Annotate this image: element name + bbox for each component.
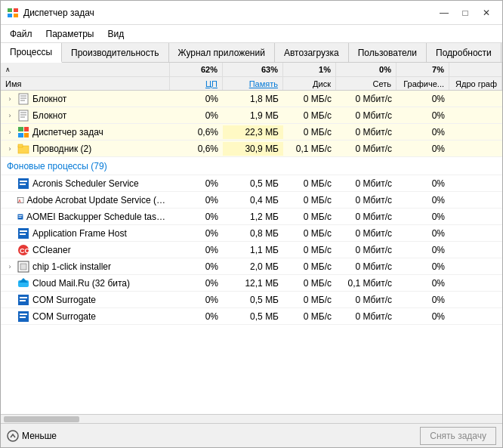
table-row[interactable]: › AOMEI Backupper Schedule tas… 0% 1,2 М… bbox=[1, 209, 502, 225]
svg-rect-39 bbox=[20, 314, 27, 315]
col-mem-pct[interactable]: 63% bbox=[223, 63, 283, 76]
expand-icon[interactable]: › bbox=[5, 144, 14, 153]
process-name: › Блокнот bbox=[1, 91, 170, 107]
gpu2-cell bbox=[449, 147, 502, 150]
cpu-cell: 0,6% bbox=[170, 125, 223, 139]
svg-rect-40 bbox=[20, 317, 26, 318]
bottom-bar: Меньше Снять задачу bbox=[1, 423, 502, 447]
process-name: › Acronis Scheduler Service bbox=[1, 176, 170, 191]
table-row[interactable]: › chip 1-click installer 0% 2,0 МБ 0 МБ/… bbox=[1, 258, 502, 275]
svg-rect-8 bbox=[19, 110, 28, 121]
com-surrogate-icon2 bbox=[17, 311, 29, 323]
tab-autostart[interactable]: Автозагрузка bbox=[275, 43, 349, 62]
table-row[interactable]: › Блокнот 0% 1,8 МБ 0 МБ/с 0 Мбит/с 0% bbox=[1, 91, 502, 107]
tab-performance[interactable]: Производительность bbox=[62, 43, 168, 62]
table-row[interactable]: › COM Surrogate 0% 0,5 МБ 0 МБ/с 0 Мбит/… bbox=[1, 308, 502, 325]
app-icon bbox=[17, 178, 29, 190]
com-surrogate-icon bbox=[17, 294, 29, 306]
maximize-button[interactable]: □ bbox=[455, 5, 475, 20]
table-row[interactable]: › CC CCleaner 0% 1,1 МБ 0 МБ/с 0 Мбит/с … bbox=[1, 242, 502, 258]
chip-icon bbox=[17, 261, 29, 273]
mem-cell: 30,9 МБ bbox=[223, 142, 283, 156]
disk-cell: 0 МБ/с bbox=[283, 125, 336, 139]
table-row[interactable]: › Cloud Mail.Ru (32 бита) 0% 12,1 МБ 0 М… bbox=[1, 275, 502, 292]
tab-applog[interactable]: Журнал приложений bbox=[169, 43, 275, 62]
notepad-icon bbox=[17, 93, 29, 105]
process-name: › COM Surrogate bbox=[1, 292, 170, 307]
horizontal-scrollbar[interactable] bbox=[1, 414, 502, 423]
tab-users[interactable]: Пользователи bbox=[349, 43, 427, 62]
svg-rect-28 bbox=[20, 233, 26, 235]
expand-icon[interactable]: › bbox=[5, 94, 14, 104]
svg-rect-13 bbox=[24, 127, 29, 131]
col-gpu-label[interactable]: Графиче... bbox=[397, 77, 449, 90]
process-name: › Блокнот bbox=[1, 108, 170, 123]
table-row[interactable]: › Диспетчер задач 0,6% 22,3 МБ 0 МБ/с 0 … bbox=[1, 124, 502, 141]
col-name-header[interactable]: ∧ bbox=[1, 63, 170, 76]
expand-icon[interactable]: › bbox=[5, 262, 14, 271]
notepad-icon bbox=[17, 110, 29, 122]
svg-rect-36 bbox=[20, 297, 27, 298]
process-name: › COM Surrogate bbox=[1, 309, 170, 324]
gpu2-cell bbox=[449, 97, 502, 100]
bg-processes-label: Фоновые процессы (79) bbox=[7, 161, 107, 171]
less-button[interactable]: Меньше bbox=[7, 430, 57, 442]
scrollbar-thumb[interactable] bbox=[4, 416, 79, 422]
table-row[interactable]: › A Adobe Acrobat Update Service (… 0% 0… bbox=[1, 192, 502, 209]
col-disk-label[interactable]: Диск bbox=[283, 77, 336, 90]
process-table[interactable]: › Блокнот 0% 1,8 МБ 0 МБ/с 0 Мбит/с 0% ›… bbox=[1, 91, 502, 414]
title-text: Диспетчер задач bbox=[23, 8, 94, 18]
col-gpu-pct[interactable]: 7% bbox=[397, 63, 449, 76]
svg-rect-4 bbox=[19, 94, 28, 104]
tab-processes[interactable]: Процессы bbox=[1, 43, 62, 63]
title-buttons: — □ ✕ bbox=[434, 5, 496, 20]
table-row[interactable]: › Блокнот 0% 1,9 МБ 0 МБ/с 0 Мбит/с 0% bbox=[1, 107, 502, 124]
disk-cell: 0 МБ/с bbox=[283, 92, 336, 106]
svg-rect-0 bbox=[8, 8, 12, 12]
ccleaner-icon: CC bbox=[17, 244, 29, 256]
cpu-cell: 0,6% bbox=[170, 142, 223, 156]
process-name: › Application Frame Host bbox=[1, 226, 170, 241]
col-name-label[interactable]: Имя bbox=[1, 77, 170, 90]
table-row[interactable]: › Acronis Scheduler Service 0% 0,5 МБ 0 … bbox=[1, 175, 502, 192]
process-name: › Проводник (2) bbox=[1, 141, 170, 156]
col-gpu2-label: Ядро граф bbox=[449, 77, 502, 90]
tab-details[interactable]: Подробности bbox=[427, 43, 501, 62]
svg-rect-27 bbox=[20, 230, 27, 232]
disk-cell: 0,1 МБ/с bbox=[283, 142, 336, 156]
gpu2-cell bbox=[449, 114, 502, 117]
col-disk-pct[interactable]: 1% bbox=[283, 63, 336, 76]
svg-rect-3 bbox=[14, 14, 18, 17]
svg-rect-17 bbox=[18, 144, 23, 147]
gpu-cell: 0% bbox=[397, 92, 449, 106]
mem-cell: 22,3 МБ bbox=[223, 125, 283, 139]
menu-file[interactable]: Файл bbox=[4, 27, 39, 41]
menu-params[interactable]: Параметры bbox=[40, 27, 100, 41]
taskmgr-icon bbox=[17, 126, 29, 138]
col-net-label[interactable]: Сеть bbox=[336, 77, 397, 90]
minimize-button[interactable]: — bbox=[434, 5, 454, 20]
less-label: Меньше bbox=[22, 431, 57, 441]
cpu-cell: 0% bbox=[170, 92, 223, 106]
task-manager-window: Диспетчер задач — □ ✕ Файл Параметры Вид… bbox=[0, 0, 503, 448]
expand-icon[interactable]: › bbox=[5, 128, 14, 137]
col-mem-label[interactable]: Память bbox=[223, 77, 283, 90]
table-row[interactable]: › Проводник (2) 0,6% 30,9 МБ 0,1 МБ/с 0 … bbox=[1, 141, 502, 157]
col-net-pct[interactable]: 0% bbox=[336, 63, 397, 76]
col-cpu-pct[interactable]: 62% bbox=[170, 63, 223, 76]
expand-icon[interactable]: › bbox=[5, 111, 14, 120]
col-cpu-label[interactable]: ЦП bbox=[170, 77, 223, 90]
table-row[interactable]: › COM Surrogate 0% 0,5 МБ 0 МБ/с 0 Мбит/… bbox=[1, 292, 502, 308]
gpu-cell: 0% bbox=[397, 109, 449, 122]
table-row[interactable]: › Application Frame Host 0% 0,8 МБ 0 МБ/… bbox=[1, 225, 502, 242]
mem-cell: 1,8 МБ bbox=[223, 92, 283, 106]
gpu-cell: 0% bbox=[397, 125, 449, 139]
appframe-icon bbox=[17, 227, 29, 239]
close-button[interactable]: ✕ bbox=[477, 5, 496, 20]
window-icon bbox=[7, 7, 19, 19]
end-task-button[interactable]: Снять задачу bbox=[420, 427, 496, 445]
chevron-up-icon bbox=[7, 430, 19, 442]
process-name: › Диспетчер задач bbox=[1, 125, 170, 140]
process-name: › A Adobe Acrobat Update Service (… bbox=[1, 193, 170, 208]
menu-view[interactable]: Вид bbox=[101, 27, 130, 41]
